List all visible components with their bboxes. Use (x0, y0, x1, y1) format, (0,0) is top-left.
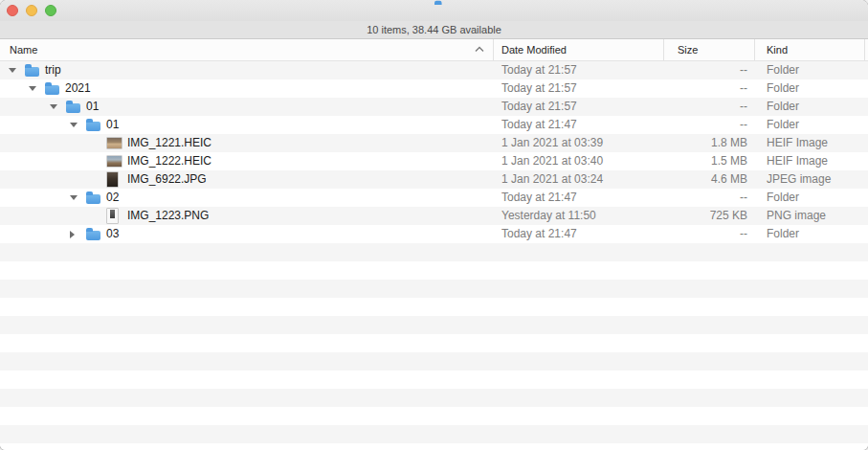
file-name: IMG_6922.JPG (127, 170, 207, 189)
kind-cell: JPEG image (767, 170, 831, 189)
kind-cell: Folder (767, 225, 799, 243)
date-modified-cell: Today at 21:57 (501, 79, 577, 98)
status-bar: 10 items, 38.44 GB available (0, 21, 868, 39)
table-row[interactable]: 03 Today at 21:47 -- Folder (0, 225, 868, 243)
status-text: 10 items, 38.44 GB available (367, 24, 501, 35)
date-modified-cell: Today at 21:57 (501, 98, 577, 116)
folder-icon (86, 122, 100, 131)
size-cell: 4.6 MB (711, 170, 747, 189)
table-row[interactable]: 02 Today at 21:47 -- Folder (0, 189, 868, 207)
kind-cell: HEIF Image (767, 152, 828, 170)
size-cell: 1.5 MB (711, 152, 747, 170)
column-divider[interactable] (864, 39, 865, 60)
name-cell: 01 (0, 116, 868, 134)
kind-cell: PNG image (767, 207, 826, 225)
file-name: IMG_1222.HEIC (127, 152, 211, 170)
date-modified-cell: Today at 21:47 (501, 116, 577, 134)
column-header-name[interactable]: Name (10, 39, 37, 60)
file-name: 01 (86, 98, 99, 116)
disclosure-triangle-icon[interactable] (9, 61, 25, 79)
name-cell: 03 (0, 225, 868, 243)
date-modified-cell: Today at 21:47 (501, 189, 577, 207)
disclosure-triangle-icon[interactable] (50, 98, 66, 116)
folder-icon (66, 103, 80, 113)
name-cell: 01 (0, 98, 868, 116)
size-cell: -- (740, 189, 747, 207)
zoom-button[interactable] (45, 5, 56, 16)
name-cell: trip (0, 61, 868, 79)
disclosure-triangle-icon[interactable] (70, 189, 86, 207)
size-cell: 1.8 MB (711, 134, 747, 152)
photo-thumbnail-icon (107, 172, 118, 187)
name-cell: 02 (0, 189, 868, 207)
name-cell: 2021 (0, 79, 868, 98)
folder-icon (45, 85, 59, 95)
column-header-name-label: Name (10, 44, 37, 56)
table-row[interactable]: 01 Today at 21:57 -- Folder (0, 98, 868, 116)
file-list: trip Today at 21:57 -- Folder 2021 Today… (0, 61, 868, 450)
column-divider[interactable] (663, 39, 664, 60)
table-row[interactable]: IMG_6922.JPG 1 Jan 2021 at 03:24 4.6 MB … (0, 170, 868, 189)
folder-icon (86, 231, 100, 240)
photo-thumbnail-icon (107, 209, 118, 223)
column-headers: Name Date Modified Size Kind (0, 39, 868, 61)
disclosure-triangle-icon[interactable] (29, 79, 45, 98)
table-row[interactable]: 2021 Today at 21:57 -- Folder (0, 79, 868, 98)
close-button[interactable] (7, 5, 18, 16)
table-row[interactable]: IMG_1221.HEIC 1 Jan 2021 at 03:39 1.8 MB… (0, 134, 868, 152)
file-name: IMG_1223.PNG (127, 207, 209, 225)
size-cell: -- (740, 61, 747, 79)
column-header-size[interactable]: Size (678, 39, 698, 60)
kind-cell: HEIF Image (767, 134, 828, 152)
size-cell: -- (740, 225, 747, 243)
titlebar[interactable] (0, 0, 868, 22)
folder-icon (25, 67, 39, 77)
file-name: IMG_1221.HEIC (127, 134, 211, 152)
column-header-date-modified[interactable]: Date Modified (501, 39, 567, 60)
date-modified-cell: Yesterday at 11:50 (501, 207, 596, 225)
column-divider[interactable] (754, 39, 755, 60)
file-name: 02 (106, 189, 119, 207)
finder-window: 10 items, 38.44 GB available Name Date M… (0, 0, 868, 450)
kind-cell: Folder (767, 98, 799, 116)
photo-thumbnail-icon (107, 156, 122, 167)
file-name: 2021 (65, 79, 91, 98)
photo-thumbnail-icon (107, 138, 122, 148)
size-cell: -- (740, 98, 747, 116)
file-name: 03 (106, 225, 119, 243)
kind-cell: Folder (767, 61, 799, 79)
date-modified-cell: 1 Jan 2021 at 03:40 (501, 152, 603, 170)
kind-cell: Folder (767, 79, 799, 98)
sort-ascending-icon (475, 46, 484, 53)
minimize-button[interactable] (26, 5, 37, 16)
size-cell: -- (740, 79, 747, 98)
date-modified-cell: Today at 21:57 (501, 61, 577, 79)
file-name: trip (45, 61, 61, 79)
table-row[interactable]: 01 Today at 21:47 -- Folder (0, 116, 868, 134)
date-modified-cell: 1 Jan 2021 at 03:39 (501, 134, 603, 152)
kind-cell: Folder (767, 116, 799, 134)
date-modified-cell: 1 Jan 2021 at 03:24 (501, 170, 603, 189)
table-row[interactable]: IMG_1222.HEIC 1 Jan 2021 at 03:40 1.5 MB… (0, 152, 868, 170)
size-cell: 725 KB (710, 207, 747, 225)
column-divider[interactable] (493, 39, 494, 60)
table-row[interactable]: IMG_1223.PNG Yesterday at 11:50 725 KB P… (0, 207, 868, 225)
kind-cell: Folder (767, 189, 799, 207)
column-header-kind[interactable]: Kind (767, 39, 788, 60)
table-row[interactable]: trip Today at 21:57 -- Folder (0, 61, 868, 79)
date-modified-cell: Today at 21:47 (501, 225, 577, 243)
traffic-lights (7, 5, 56, 16)
file-name: 01 (106, 116, 119, 134)
disclosure-triangle-icon[interactable] (70, 225, 86, 243)
folder-icon (86, 194, 100, 204)
size-cell: -- (740, 116, 747, 134)
disclosure-triangle-icon[interactable] (70, 116, 86, 134)
